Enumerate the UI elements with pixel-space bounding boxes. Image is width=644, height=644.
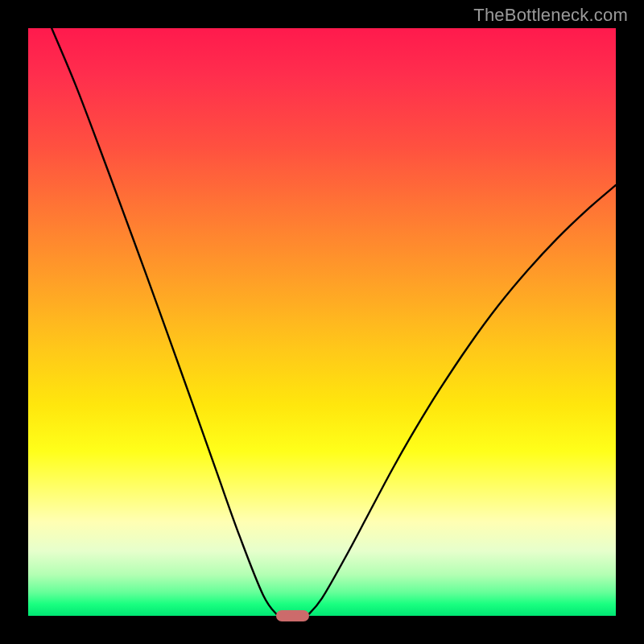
optimal-range-marker [276,610,308,621]
attribution-label: TheBottleneck.com [473,5,628,26]
curve-right-branch [308,185,616,616]
bottleneck-curve [28,28,616,616]
plot-area [28,28,616,616]
chart-frame: TheBottleneck.com [0,0,644,644]
curve-left-branch [52,28,278,616]
